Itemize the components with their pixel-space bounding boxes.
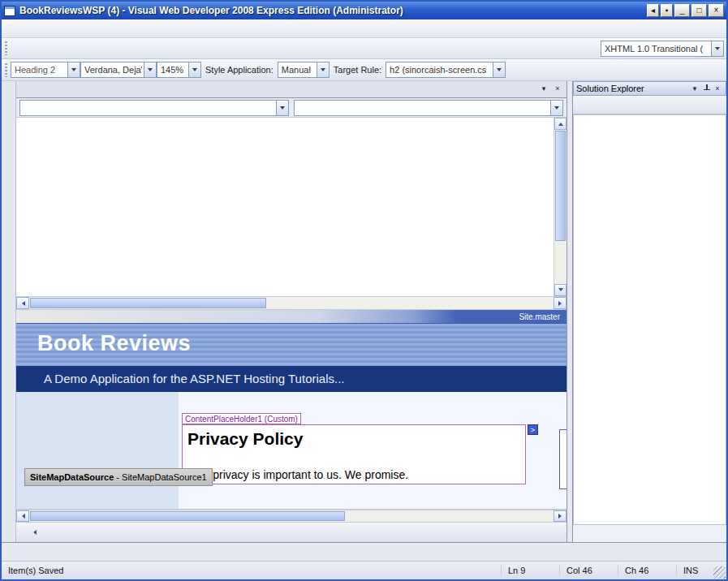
scrollbar-thumb[interactable] — [30, 511, 345, 521]
titlebar[interactable]: BookReviewsWSP (4) - Visual Web Develope… — [2, 2, 726, 19]
chevron-down-icon[interactable] — [493, 62, 505, 77]
font-size-combo[interactable]: 145% — [157, 62, 201, 78]
doctype-combo[interactable]: XHTML 1.0 Transitional ( — [601, 41, 724, 57]
application-window: BookReviewsWSP (4) - Visual Web Develope… — [0, 0, 728, 581]
toolbar-grip[interactable] — [5, 41, 7, 55]
bottom-panel-tabs — [2, 542, 726, 561]
right-column-fragment — [559, 429, 566, 489]
application-icon — [4, 6, 15, 16]
style-application-combo[interactable]: Manual — [278, 62, 330, 78]
solution-explorer-titlebar[interactable]: Solution Explorer ▾ × — [573, 81, 726, 96]
solution-explorer-panel: Solution Explorer ▾ × — [572, 81, 726, 542]
smart-tag-button[interactable]: > — [528, 424, 538, 435]
minimize-button[interactable]: _ — [674, 4, 690, 17]
tab-strip-buttons: ▾ × — [535, 83, 566, 97]
status-insert-mode: INS — [676, 566, 712, 575]
tag-scroll-left-button[interactable] — [28, 527, 40, 538]
scrollbar-track[interactable] — [554, 242, 566, 284]
close-button[interactable]: × — [709, 4, 724, 17]
status-character: Ch 46 — [618, 566, 676, 575]
formatting-toolbar: Heading 2 Verdana, DejaVu S 145% Style A… — [2, 59, 726, 81]
titlebar-extra-button-1[interactable]: ◂ — [647, 4, 659, 17]
content-placeholder-region[interactable]: ContentPlaceHolder1 (Custom) > Privacy P… — [182, 424, 526, 484]
panel-tab-strip — [573, 525, 726, 542]
resize-grip[interactable] — [713, 566, 726, 579]
style-application-value: Manual — [282, 65, 315, 75]
design-surface: Book Reviews A Demo Application for the … — [16, 323, 566, 510]
chevron-down-icon[interactable] — [550, 101, 562, 115]
status-line: Ln 9 — [501, 566, 559, 575]
window-title: BookReviewsWSP (4) - Visual Web Develope… — [19, 5, 643, 16]
site-banner[interactable]: Book Reviews — [16, 324, 566, 366]
window-position-button[interactable]: ▾ — [689, 83, 700, 94]
scroll-down-button[interactable] — [554, 284, 566, 296]
scroll-left-button[interactable] — [16, 297, 29, 309]
navigation-bar — [16, 98, 566, 118]
font-size-value: 145% — [161, 65, 187, 75]
standard-toolbar: XHTML 1.0 Transitional ( — [2, 38, 726, 59]
design-heading[interactable]: Privacy Policy — [187, 429, 525, 449]
left-tool-tabs — [2, 81, 16, 542]
close-document-button[interactable]: × — [552, 83, 563, 94]
active-files-dropdown-button[interactable]: ▾ — [538, 83, 549, 94]
design-paragraph[interactable]: Your privacy is important to us. We prom… — [187, 468, 408, 481]
chevron-down-icon[interactable] — [67, 62, 80, 77]
target-rule-combo[interactable]: h2 (sinorcaish-screen.cs — [386, 62, 506, 78]
design-page-body: ContentPlaceHolder1 (Custom) > Privacy P… — [16, 392, 566, 509]
chevron-down-icon[interactable] — [144, 62, 156, 77]
scrollbar-track[interactable] — [29, 297, 554, 309]
content-placeholder-label[interactable]: ContentPlaceHolder1 (Custom) — [182, 413, 301, 424]
maximize-button[interactable]: □ — [691, 4, 707, 17]
panel-title: Solution Explorer — [576, 84, 689, 93]
scrollbar-thumb[interactable] — [555, 131, 566, 241]
target-rule-label: Target Rule: — [330, 65, 386, 75]
main-area: ▾ × — [2, 81, 726, 542]
source-editor — [16, 118, 566, 297]
scrollbar-track[interactable] — [29, 510, 554, 522]
document-tab-strip: ▾ × — [16, 81, 566, 98]
master-page-label[interactable]: Site.master — [519, 312, 566, 321]
style-application-label: Style Application: — [201, 65, 278, 75]
pin-icon — [703, 84, 710, 93]
titlebar-extra-button-2[interactable]: ▪ — [661, 4, 673, 17]
vertical-scrollbar[interactable] — [554, 118, 566, 296]
solution-tree — [573, 114, 726, 525]
sitemap-datasource-control[interactable]: SiteMapDataSource - SiteMapDataSource1 — [24, 468, 213, 486]
code-lines[interactable] — [16, 118, 554, 296]
scroll-up-button[interactable] — [554, 118, 566, 130]
chevron-down-icon[interactable] — [711, 41, 723, 56]
font-family-combo[interactable]: Verdana, DejaVu S — [80, 62, 157, 78]
close-panel-button[interactable]: × — [712, 83, 723, 94]
status-column: Col 46 — [559, 566, 618, 575]
font-family-value: Verdana, DejaVu S — [84, 65, 142, 75]
block-format-combo[interactable]: Heading 2 — [11, 62, 80, 78]
object-combo[interactable] — [19, 100, 289, 116]
editor-pane: ▾ × — [16, 81, 567, 542]
chevron-down-icon[interactable] — [188, 62, 200, 77]
view-switch-bar — [16, 523, 566, 542]
site-subtitle-band[interactable]: A Demo Application for the ASP.NET Hosti… — [16, 366, 566, 392]
target-rule-value: h2 (sinorcaish-screen.cs — [390, 65, 491, 75]
scroll-right-button[interactable] — [554, 297, 566, 309]
datasource-id-label: - SiteMapDataSource1 — [114, 472, 206, 482]
scroll-right-button[interactable] — [554, 510, 566, 522]
block-format-value: Heading 2 — [15, 65, 66, 75]
chevron-down-icon[interactable] — [317, 62, 329, 77]
status-message: Item(s) Saved — [2, 566, 501, 575]
status-bar: Item(s) Saved Ln 9 Col 46 Ch 46 INS — [2, 561, 726, 579]
scrollbar-thumb[interactable] — [30, 298, 266, 308]
master-page-bar: Site.master — [16, 310, 566, 323]
chevron-down-icon[interactable] — [276, 101, 288, 115]
solution-explorer-toolbar — [573, 96, 726, 114]
source-horizontal-scrollbar[interactable] — [16, 297, 566, 310]
event-combo[interactable] — [294, 100, 563, 116]
menu-bar — [2, 19, 726, 38]
design-nav-column — [16, 392, 179, 509]
window-controls: ◂ ▪ _ □ × — [647, 4, 724, 17]
tag-navigator — [28, 527, 42, 538]
design-content-column: ContentPlaceHolder1 (Custom) > Privacy P… — [179, 392, 566, 509]
auto-hide-button[interactable] — [700, 83, 712, 94]
design-horizontal-scrollbar[interactable] — [16, 510, 566, 523]
scroll-left-button[interactable] — [16, 510, 29, 522]
toolbar-grip[interactable] — [5, 63, 7, 77]
